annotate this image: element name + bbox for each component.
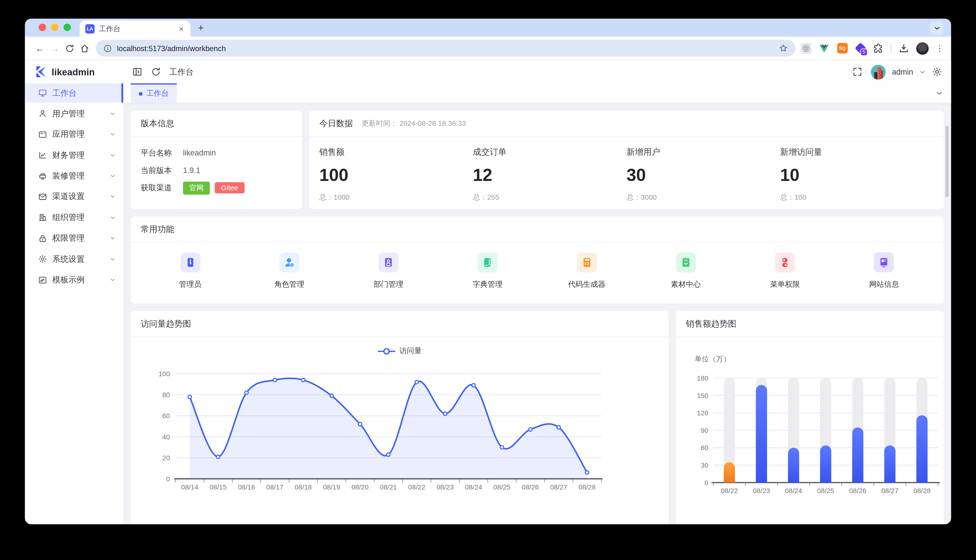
svg-text:40: 40 (162, 433, 170, 441)
refresh-page-icon[interactable] (150, 67, 161, 77)
stat-item: 销售额 100 总：1000 (319, 147, 473, 202)
tab-close-icon[interactable]: × (178, 24, 185, 33)
zoom-window-button[interactable] (64, 23, 71, 31)
address-bar[interactable]: localhost:5173/admin/workbench (96, 40, 796, 57)
channel-button-官网[interactable]: 官网 (183, 182, 210, 194)
reload-icon (65, 43, 75, 53)
likeadmin-logo-icon (34, 65, 47, 78)
fullscreen-icon[interactable] (852, 67, 862, 77)
chevron-down-icon (110, 173, 116, 179)
sidebar-item-渠道设置[interactable]: 渠道设置 (25, 187, 124, 206)
visits-line-chart[interactable]: 02040608010008/1408/1508/1608/1708/1808/… (130, 364, 668, 497)
breadcrumb: 工作台 (169, 66, 194, 77)
home-icon (80, 43, 90, 53)
settings-gear-icon[interactable] (932, 67, 943, 77)
quick-functions-card: 常用功能 管理员 角色管理 部门管理 字典管理 代码生成器 素材中心 菜单权限 … (130, 217, 944, 303)
quick-item-代码生成器[interactable]: 代码生成器 (537, 252, 637, 290)
page-scrollbar-thumb[interactable] (946, 126, 949, 197)
browser-tab[interactable]: LA 工作台 × (80, 21, 191, 37)
avatar-image (871, 64, 886, 79)
forward-button[interactable]: → (47, 43, 62, 53)
quick-item-素材中心[interactable]: 素材中心 (636, 252, 735, 290)
stat-total: 总：3000 (627, 193, 780, 202)
purple-extension-icon[interactable]: 5 (855, 43, 866, 54)
tabs-menu-chevron-icon[interactable] (936, 89, 943, 97)
react-devtools-icon[interactable] (801, 43, 812, 54)
chevron-down-icon (933, 25, 940, 32)
sq-extension-icon[interactable]: SQ (836, 43, 848, 54)
quick-item-网站信息[interactable]: 网站信息 (834, 252, 934, 290)
admin-badge-icon (184, 256, 196, 269)
gear-icon (38, 254, 47, 264)
unit-label: 单位（万） (695, 354, 944, 364)
legend-label: 访问量 (399, 346, 422, 356)
chevron-down-icon (110, 132, 116, 138)
bookmark-star-icon[interactable] (779, 43, 788, 53)
version-row-label: 当前版本 (141, 165, 183, 176)
browser-menu-button[interactable]: ⋮ (936, 43, 944, 53)
sidebar-item-权限管理[interactable]: 权限管理 (25, 229, 124, 248)
logo[interactable]: likeadmin (25, 60, 124, 83)
sidebar-item-label: 渠道设置 (52, 191, 85, 203)
screen: LA 工作台 × + ← → localhost:5173/admin/work… (0, 0, 976, 560)
page-tab-workbench[interactable]: 工作台 (130, 83, 177, 102)
minimize-window-button[interactable] (51, 23, 58, 31)
user-icon (38, 109, 47, 118)
back-button[interactable]: ← (32, 43, 47, 53)
browser-window: LA 工作台 × + ← → localhost:5173/admin/work… (25, 19, 951, 524)
sidebar-item-label: 工作台 (52, 87, 77, 98)
user-avatar[interactable] (871, 64, 886, 79)
logo-text: likeadmin (52, 67, 95, 77)
legend-line-marker-icon (378, 347, 395, 355)
svg-text:08/25: 08/25 (493, 483, 510, 491)
sidebar-item-用户管理[interactable]: 用户管理 (25, 104, 124, 123)
app-page: likeadmin 工作台 用户管理 应用管理 财务管理 装修管理 渠道设置 组… (25, 60, 951, 524)
reload-button[interactable] (62, 41, 77, 56)
browser-profile-avatar[interactable] (916, 42, 929, 55)
new-tab-button[interactable]: + (198, 22, 204, 33)
version-card: 版本信息 平台名称likeadmin当前版本1.9.1获取渠道官网Gitee (130, 111, 302, 209)
collapse-sidebar-icon[interactable] (132, 67, 142, 77)
material-icon (680, 256, 692, 269)
sales-bar-chart[interactable]: 030609012015018008/2208/2308/2408/2508/2… (676, 368, 944, 501)
page-tab-label: 工作台 (146, 88, 169, 99)
svg-text:08/28: 08/28 (578, 483, 596, 491)
channel-button-Gitee[interactable]: Gitee (215, 182, 244, 193)
home-button[interactable] (77, 41, 92, 56)
url-text[interactable]: localhost:5173/admin/workbench (117, 44, 779, 53)
quick-item-菜单权限[interactable]: 菜单权限 (735, 252, 834, 290)
sidebar-item-模板示例[interactable]: 模板示例 (25, 270, 124, 289)
vue-devtools-icon[interactable] (819, 43, 830, 54)
chevron-down-icon[interactable] (919, 68, 926, 75)
sidebar-item-组织管理[interactable]: 组织管理 (25, 208, 124, 227)
site-info-icon[interactable] (103, 44, 112, 53)
quick-item-label: 菜单权限 (770, 279, 800, 290)
quick-item-部门管理[interactable]: 部门管理 (339, 252, 438, 290)
sidebar-item-财务管理[interactable]: 财务管理 (25, 146, 124, 165)
chart-legend[interactable]: 访问量 (130, 346, 668, 356)
stat-label: 新增访问量 (780, 147, 934, 158)
username[interactable]: admin (892, 67, 913, 76)
extensions-puzzle-icon[interactable] (873, 43, 884, 54)
tab-search-button[interactable] (930, 21, 944, 35)
sidebar-item-应用管理[interactable]: 应用管理 (25, 125, 124, 144)
close-window-button[interactable] (38, 23, 46, 31)
sidebar-item-label: 装修管理 (52, 170, 85, 182)
app-header: 工作台 (123, 60, 951, 83)
sidebar-item-装修管理[interactable]: 装修管理 (25, 166, 124, 185)
sidebar-item-工作台[interactable]: 工作台 (25, 83, 124, 102)
dept-card-icon (382, 256, 395, 269)
svg-text:0: 0 (166, 475, 170, 483)
today-card: 今日数据 更新时间： 2024-08-28 18:36:33 销售额 100 总… (309, 111, 944, 209)
role-user-icon (283, 256, 296, 269)
svg-text:08/22: 08/22 (408, 483, 425, 491)
sidebar-item-系统设置[interactable]: 系统设置 (25, 250, 124, 269)
quick-item-管理员[interactable]: 管理员 (141, 252, 240, 290)
quick-item-字典管理[interactable]: 字典管理 (438, 252, 537, 290)
quick-item-角色管理[interactable]: 角色管理 (240, 252, 339, 290)
quick-item-tile (775, 252, 795, 272)
downloads-button[interactable] (898, 43, 909, 54)
svg-text:100: 100 (159, 370, 170, 378)
extension-badge: 5 (860, 48, 868, 56)
active-tab-dot (139, 92, 143, 95)
